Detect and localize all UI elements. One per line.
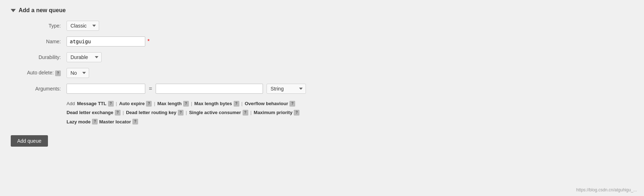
hint-max-length-bytes: Max length bytes ? (194, 99, 239, 108)
sep4: | (241, 99, 243, 108)
durability-row: Durability: Durable Transient (18, 52, 633, 62)
hints-row-3: Lazy mode ? Master locator ? (67, 118, 633, 126)
section-header: Add a new queue (11, 7, 633, 14)
hint-link-dead-letter-exchange[interactable]: Dead letter exchange (67, 108, 113, 117)
name-label: Name: (18, 39, 61, 44)
hint-help-message-ttl[interactable]: ? (108, 101, 114, 107)
auto-delete-select[interactable]: No Yes (67, 68, 89, 78)
sep6: | (186, 108, 187, 117)
hint-help-overflow-behaviour[interactable]: ? (289, 101, 295, 107)
form-section: Type: Classic Quorum Stream Name: * Dura… (11, 21, 633, 126)
collapse-icon[interactable] (11, 9, 16, 12)
add-label: Add (67, 99, 75, 108)
hint-link-maximum-priority[interactable]: Maximum priority (254, 108, 292, 117)
argument-key-input[interactable] (67, 84, 145, 94)
hint-message-ttl: Message TTL ? (77, 99, 113, 108)
hint-max-length: Max length ? (157, 99, 189, 108)
durability-label: Durability: (18, 54, 61, 60)
hint-link-lazy-mode[interactable]: Lazy mode (67, 118, 91, 126)
sep3: | (191, 99, 192, 108)
argument-value-input[interactable] (156, 84, 263, 94)
add-queue-button[interactable]: Add queue (11, 135, 48, 147)
type-label: Type: (18, 23, 61, 29)
arguments-hints: Add Message TTL ? | Auto expire ? | Max … (67, 99, 633, 126)
hint-help-auto-expire[interactable]: ? (146, 101, 152, 107)
hint-dead-letter-routing-key: Dead letter routing key ? (126, 108, 184, 117)
hint-help-max-length-bytes[interactable]: ? (234, 101, 239, 107)
hint-link-auto-expire[interactable]: Auto expire (119, 99, 145, 108)
hint-help-dead-letter-routing-key[interactable]: ? (178, 110, 184, 116)
hint-overflow-behaviour: Overflow behaviour ? (245, 99, 295, 108)
sep1: | (116, 99, 117, 108)
hint-link-max-length[interactable]: Max length (157, 99, 182, 108)
sep5: | (123, 108, 124, 117)
hint-link-message-ttl[interactable]: Message TTL (77, 99, 106, 108)
hint-link-overflow-behaviour[interactable]: Overflow behaviour (245, 99, 288, 108)
hints-row-1: Add Message TTL ? | Auto expire ? | Max … (67, 99, 633, 108)
argument-type-select[interactable]: String Number Boolean List Object (267, 84, 306, 94)
hint-master-locator: Master locator ? (99, 118, 138, 126)
bottom-row: Add queue https://blog.csdn.cn/atguhigu_… (11, 132, 633, 147)
auto-delete-row: Auto delete: ? No Yes (18, 68, 633, 78)
required-star: * (147, 38, 150, 45)
hint-lazy-mode: Lazy mode ? (67, 118, 98, 126)
hint-dead-letter-exchange: Dead letter exchange ? (67, 108, 121, 117)
sep7: | (250, 108, 252, 117)
arguments-label: Arguments: (18, 86, 61, 92)
equals-sign: = (149, 85, 152, 92)
hint-help-lazy-mode[interactable]: ? (92, 119, 98, 124)
auto-delete-label: Auto delete: ? (18, 70, 61, 76)
hint-help-single-active-consumer[interactable]: ? (243, 110, 248, 116)
durability-select[interactable]: Durable Transient (67, 52, 102, 62)
name-row: Name: * (18, 36, 633, 46)
hint-help-maximum-priority[interactable]: ? (294, 110, 299, 116)
auto-delete-help-icon[interactable]: ? (55, 70, 61, 76)
hint-help-master-locator[interactable]: ? (132, 119, 138, 124)
hint-help-max-length[interactable]: ? (183, 101, 189, 107)
hint-single-active-consumer: Single active consumer ? (189, 108, 248, 117)
hint-link-dead-letter-routing-key[interactable]: Dead letter routing key (126, 108, 176, 117)
type-row: Type: Classic Quorum Stream (18, 21, 633, 31)
hint-link-master-locator[interactable]: Master locator (99, 118, 131, 126)
hint-help-dead-letter-exchange[interactable]: ? (115, 110, 121, 116)
hints-row-2: Dead letter exchange ? | Dead letter rou… (67, 108, 633, 117)
name-input[interactable] (67, 36, 145, 46)
footer-url: https://blog.csdn.cn/atguhigu_... (576, 187, 637, 192)
hint-auto-expire: Auto expire ? (119, 99, 152, 108)
sep2: | (154, 99, 155, 108)
type-select[interactable]: Classic Quorum Stream (67, 21, 99, 31)
hint-link-single-active-consumer[interactable]: Single active consumer (189, 108, 241, 117)
hint-link-max-length-bytes[interactable]: Max length bytes (194, 99, 232, 108)
section-title: Add a new queue (19, 7, 66, 14)
arguments-row: Arguments: = String Number Boolean List … (18, 84, 633, 94)
hint-maximum-priority: Maximum priority ? (254, 108, 299, 117)
